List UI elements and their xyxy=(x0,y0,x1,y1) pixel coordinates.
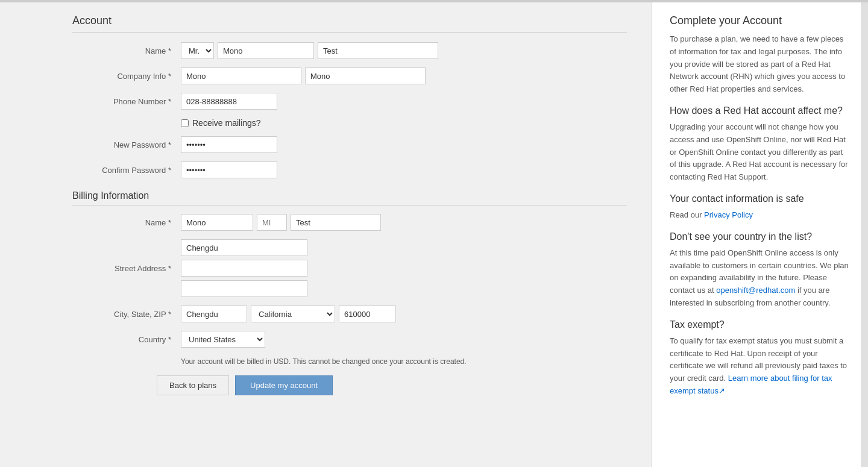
billing-name-controls xyxy=(181,214,627,231)
billing-city-controls: Alabama Alaska Arizona Arkansas Californ… xyxy=(181,306,627,322)
sidebar-how-text: Upgrading your account will not change h… xyxy=(670,121,850,184)
billing-city-label: City, State, ZIP * xyxy=(72,310,181,319)
sidebar: Complete your Account To purchase a plan… xyxy=(651,2,868,467)
account-name-label: Name * xyxy=(72,46,181,55)
billing-street-fields xyxy=(181,239,307,297)
city-input[interactable] xyxy=(181,306,247,322)
button-row: Back to plans Update my account xyxy=(157,375,627,395)
billing-section: Billing Information Name * Street Addres… xyxy=(72,190,627,395)
confirm-password-controls xyxy=(181,161,627,178)
billing-street-row: Street Address * xyxy=(72,239,627,297)
sidebar-contact-heading: Your contact information is safe xyxy=(670,193,850,204)
account-phone-controls xyxy=(181,93,627,110)
account-title: Account xyxy=(72,14,627,33)
update-account-button[interactable]: Update my account xyxy=(235,375,333,395)
new-password-input[interactable] xyxy=(181,136,277,153)
account-section: Account Name * Mr. Ms. Mrs. Dr. Compa xyxy=(72,14,627,178)
new-password-label: New Password * xyxy=(72,140,181,149)
billing-name-row: Name * xyxy=(72,214,627,231)
receive-mailings-checkbox[interactable] xyxy=(181,119,189,127)
phone-input[interactable] xyxy=(181,93,277,110)
billing-city-row: City, State, ZIP * Alabama Alaska Arizon… xyxy=(72,306,627,322)
receive-mailings-label: Receive mailings? xyxy=(192,118,261,128)
back-to-plans-button[interactable]: Back to plans xyxy=(157,375,229,395)
country-select[interactable]: United States Canada Mexico United Kingd… xyxy=(181,331,265,348)
scrollbar[interactable] xyxy=(861,2,868,467)
billing-country-label: Country * xyxy=(72,335,181,344)
sidebar-tax-text: To qualify for tax exempt status you mus… xyxy=(670,335,850,398)
billing-country-controls: United States Canada Mexico United Kingd… xyxy=(181,331,627,348)
tax-arrow-icon: ↗ xyxy=(719,386,725,395)
new-password-controls xyxy=(181,136,627,153)
zip-input[interactable] xyxy=(339,306,396,322)
sidebar-how-heading: How does a Red Hat account affect me? xyxy=(670,105,850,116)
account-name-controls: Mr. Ms. Mrs. Dr. xyxy=(181,42,627,59)
billing-country-row: Country * United States Canada Mexico Un… xyxy=(72,331,627,348)
street-input2[interactable] xyxy=(181,260,307,277)
account-company-controls xyxy=(181,67,627,84)
billing-firstname-input[interactable] xyxy=(181,214,253,231)
sidebar-contact-prefix: Read our xyxy=(670,210,704,219)
account-company-label: Company Info * xyxy=(72,72,181,81)
account-company-row: Company Info * xyxy=(72,67,627,84)
sidebar-country-heading: Don't see your country in the list? xyxy=(670,231,850,242)
street-input3[interactable] xyxy=(181,280,307,297)
confirm-password-label: Confirm Password * xyxy=(72,166,181,175)
sidebar-complete-text: To purchase a plan, we need to have a fe… xyxy=(670,33,850,96)
new-password-row: New Password * xyxy=(72,136,627,153)
sidebar-country-text: At this time paid OpenShift Online acces… xyxy=(670,247,850,310)
billing-lastname-input[interactable] xyxy=(291,214,381,231)
state-select[interactable]: Alabama Alaska Arizona Arkansas Californ… xyxy=(251,306,335,322)
billing-name-label: Name * xyxy=(72,218,181,227)
salutation-select[interactable]: Mr. Ms. Mrs. Dr. xyxy=(181,42,214,59)
sidebar-tax-heading: Tax exempt? xyxy=(670,319,850,330)
street-input1[interactable] xyxy=(181,239,307,256)
company-input1[interactable] xyxy=(181,67,301,84)
confirm-password-row: Confirm Password * xyxy=(72,161,627,178)
billing-street-label: Street Address * xyxy=(72,264,181,273)
account-name-row: Name * Mr. Ms. Mrs. Dr. xyxy=(72,42,627,59)
company-input2[interactable] xyxy=(305,67,426,84)
main-form: Account Name * Mr. Ms. Mrs. Dr. Compa xyxy=(0,2,651,467)
account-phone-label: Phone Number * xyxy=(72,97,181,106)
sidebar-contact-text: Read our Privacy Policy xyxy=(670,209,850,222)
usd-note: Your account will be billed in USD. This… xyxy=(181,356,512,367)
billing-mi-input[interactable] xyxy=(257,214,287,231)
receive-mailings-row: Receive mailings? xyxy=(181,118,627,128)
account-phone-row: Phone Number * xyxy=(72,93,627,110)
account-firstname-input[interactable] xyxy=(218,42,314,59)
billing-title: Billing Information xyxy=(72,190,627,205)
privacy-policy-link[interactable]: Privacy Policy xyxy=(704,210,753,219)
account-lastname-input[interactable] xyxy=(318,42,438,59)
openshift-email-link[interactable]: openshift@redhat.com xyxy=(716,286,795,295)
confirm-password-input[interactable] xyxy=(181,161,277,178)
sidebar-complete-heading: Complete your Account xyxy=(670,14,850,27)
